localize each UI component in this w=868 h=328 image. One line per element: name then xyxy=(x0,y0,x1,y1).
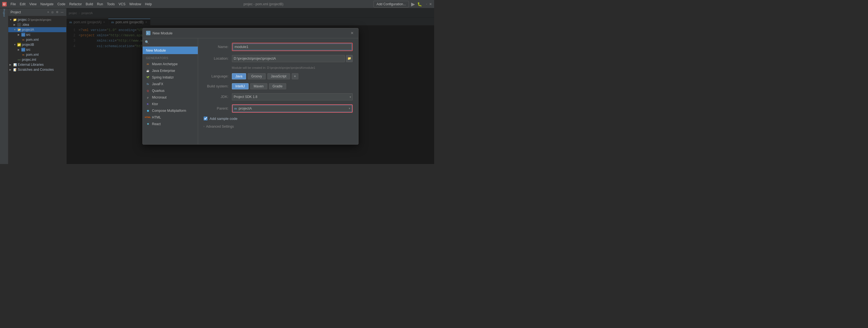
location-input[interactable] xyxy=(232,55,345,62)
locate-icon[interactable]: ◎ xyxy=(51,10,54,14)
menu-file[interactable]: File xyxy=(9,2,18,7)
build-maven-button[interactable]: Maven xyxy=(250,83,267,89)
menu-vcs[interactable]: VCS xyxy=(117,2,127,7)
generator-quarkus[interactable]: Q Quarkus xyxy=(143,87,198,94)
close-panel-icon[interactable]: — xyxy=(60,10,64,14)
generator-spring[interactable]: 🌱 Spring Initializr xyxy=(143,74,198,81)
project-strip-icon[interactable]: Project xyxy=(1,9,7,16)
micronaut-icon: μ xyxy=(146,95,150,99)
menu-navigate[interactable]: Navigate xyxy=(39,2,55,7)
generator-ktor[interactable]: K Ktor xyxy=(143,101,198,107)
java-enterprise-icon: ☕ xyxy=(146,69,150,73)
tree-item-src-a[interactable]: ▶ src src xyxy=(8,32,66,37)
generator-label: Compose Multiplatform xyxy=(152,109,186,113)
generator-react[interactable]: ⚛ React xyxy=(143,121,198,127)
menu-build[interactable]: Build xyxy=(84,2,95,7)
dialog-search-bar: 🔍 xyxy=(143,38,198,47)
jdk-select[interactable]: Project SDK 1.8 xyxy=(232,93,353,101)
generator-html[interactable]: HTML HTML xyxy=(143,114,198,121)
generator-label: React xyxy=(152,122,161,126)
menu-tools[interactable]: Tools xyxy=(105,2,116,7)
pom-icon: m xyxy=(21,53,25,57)
jdk-form-row: JDK: Project SDK 1.8 ▾ xyxy=(204,93,353,101)
tree-label: projectA xyxy=(22,28,34,32)
generator-search-input[interactable] xyxy=(151,40,195,44)
parent-field-highlight: m projectA ▾ xyxy=(232,104,353,113)
generator-label: HTML xyxy=(152,115,161,119)
tree-label: projec.iml xyxy=(22,58,36,62)
chevron-right-icon: › xyxy=(204,125,205,128)
parent-value-display: m projectA xyxy=(235,106,252,110)
scratch-icon: 📝 xyxy=(13,68,17,72)
tree-item-scratches[interactable]: ▶ 📝 Scratches and Consoles xyxy=(8,67,66,72)
new-module-nav-item[interactable]: New Module xyxy=(143,47,198,54)
language-javascript-button[interactable]: JavaScript xyxy=(267,73,290,79)
collapse-all-icon[interactable]: ≡ xyxy=(47,10,50,14)
menu-run[interactable]: Run xyxy=(95,2,105,7)
expand-arrow: ▶ xyxy=(9,68,12,71)
settings-icon[interactable]: ⚙ xyxy=(55,10,59,14)
window-title: projec - pom.xml (projectB) xyxy=(156,2,371,6)
menu-bar: File Edit View Navigate Code Refactor Bu… xyxy=(9,2,154,7)
generator-javafx[interactable]: fx JavaFX xyxy=(143,81,198,87)
name-label: Name: xyxy=(204,45,228,49)
add-configuration-button[interactable]: Add Configuration... xyxy=(373,1,409,7)
advanced-settings-row[interactable]: › Advanced Settings xyxy=(204,125,353,129)
advanced-settings-label: Advanced Settings xyxy=(206,125,234,129)
run-button[interactable]: ▶ xyxy=(411,1,415,7)
tree-label: pom.xml xyxy=(26,53,38,57)
quarkus-icon: Q xyxy=(146,89,150,93)
panel-icons: ≡ ◎ ⚙ — xyxy=(47,10,64,14)
tree-label: pom.xml xyxy=(26,38,38,42)
src-folder-icon: src xyxy=(21,48,25,52)
tree-label: src xyxy=(26,48,30,52)
build-system-buttons: IntelliJ Maven Gradle xyxy=(232,83,286,89)
debug-button[interactable]: 🐛 xyxy=(417,2,422,6)
close-button[interactable]: ✕ xyxy=(429,2,432,6)
dialog-header: + New Module ✕ xyxy=(143,28,358,38)
tree-item-idea[interactable]: ▶ . .idea xyxy=(8,22,66,27)
generator-java-enterprise[interactable]: ☕ Java Enterprise xyxy=(143,67,198,74)
generator-compose[interactable]: ◉ Compose Multiplatform xyxy=(143,107,198,114)
menu-window[interactable]: Window xyxy=(128,2,143,7)
location-form-row: Location: 📁 xyxy=(204,55,353,62)
dialog-title: New Module xyxy=(153,31,349,35)
panel-title: Project xyxy=(10,10,45,14)
tree-item-pom-b[interactable]: m pom.xml xyxy=(8,52,66,57)
tree-item-pom-a[interactable]: m pom.xml xyxy=(8,37,66,42)
module-name-input[interactable] xyxy=(233,44,352,50)
generator-micronaut[interactable]: μ Micronaut xyxy=(143,94,198,101)
add-sample-code-checkbox[interactable] xyxy=(204,116,208,120)
generator-label: Ktor xyxy=(152,102,158,106)
menu-refactor[interactable]: Refactor xyxy=(68,2,83,7)
add-language-button[interactable]: + xyxy=(292,73,299,79)
menu-code[interactable]: Code xyxy=(56,2,67,7)
build-intellij-button[interactable]: IntelliJ xyxy=(232,83,249,89)
tree-item-src-b[interactable]: ▶ src src xyxy=(8,47,66,52)
language-java-button[interactable]: Java xyxy=(232,73,246,79)
menu-view[interactable]: View xyxy=(28,2,38,7)
parent-select[interactable]: m projectA ▾ xyxy=(232,105,352,112)
tree-item-projectB[interactable]: ▼ 📁 projectB xyxy=(8,42,66,47)
jdk-select-wrapper: Project SDK 1.8 ▾ xyxy=(232,93,353,101)
panel-header: Project ≡ ◎ ⚙ — xyxy=(8,8,66,16)
expand-arrow: ▶ xyxy=(13,23,17,26)
dialog-close-button[interactable]: ✕ xyxy=(349,30,355,36)
browse-icon: 📁 xyxy=(347,57,351,60)
sample-code-row: Add sample code xyxy=(204,116,353,121)
build-gradle-button[interactable]: Gradle xyxy=(269,83,286,89)
tree-item-ext-lib[interactable]: ▶ 📊 External Libraries xyxy=(8,62,66,67)
tree-label: External Libraries xyxy=(18,63,43,66)
tree-item-projec[interactable]: ▼ 📁 projec D:\projects\projec xyxy=(8,17,66,22)
name-field-highlight xyxy=(232,43,353,51)
menu-edit[interactable]: Edit xyxy=(18,2,27,7)
generator-maven-archetype[interactable]: m Maven Archetype xyxy=(143,61,198,67)
language-form-row: Language: Java Groovy JavaScript + xyxy=(204,73,353,79)
browse-button[interactable]: 📁 xyxy=(346,55,353,62)
tree-item-projectA[interactable]: ▼ 📂 projectA xyxy=(8,27,66,32)
generator-label: Spring Initializr xyxy=(152,76,174,79)
tree-item-iml[interactable]: iml projec.iml xyxy=(8,57,66,62)
language-groovy-button[interactable]: Groovy xyxy=(248,73,266,79)
maximize-button[interactable] xyxy=(426,4,427,4)
menu-help[interactable]: Help xyxy=(143,2,154,7)
